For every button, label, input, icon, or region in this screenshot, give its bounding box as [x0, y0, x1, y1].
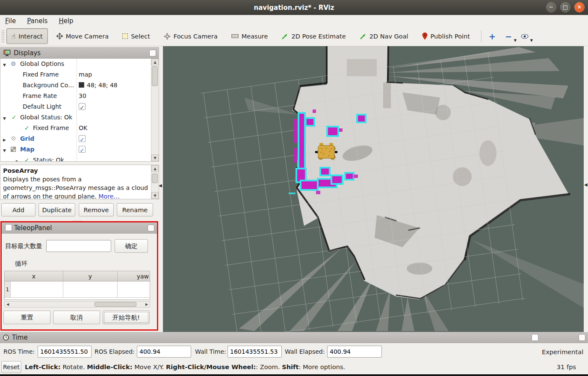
scrollbar-thumb[interactable] — [152, 174, 158, 183]
fps-counter: 31 fps — [557, 360, 576, 374]
render-viewport[interactable] — [163, 46, 584, 332]
time-panel-header[interactable]: Time — [0, 332, 588, 343]
rename-button[interactable]: Rename — [117, 203, 153, 216]
duplicate-button[interactable]: Duplicate — [38, 203, 75, 216]
remove-button[interactable]: Remove — [79, 203, 114, 216]
minimize-button[interactable]: − — [546, 2, 556, 12]
tool-focus-camera[interactable]: Focus Camera — [159, 28, 223, 44]
wall-time-label: Wall Time: — [195, 348, 226, 355]
expander-down-icon[interactable]: ▼ — [3, 61, 6, 69]
tree-row-background-color[interactable]: Background Co… 48; 48; 48 — [0, 80, 159, 91]
more-link[interactable]: More… — [98, 193, 119, 199]
tree-row-grid[interactable]: ▶ Grid ✓ — [0, 133, 159, 144]
scroll-up-icon[interactable]: ▲ — [151, 59, 159, 65]
remove-tool-button[interactable]: −▼ — [503, 30, 514, 43]
tree-row-map-status[interactable]: ▶ ✓ Status: Ok — [0, 155, 159, 161]
cancel-button[interactable]: 取消 — [53, 311, 100, 324]
monitor-icon — [3, 50, 11, 56]
panel-float-button[interactable] — [579, 334, 585, 341]
expander-right-icon[interactable]: ▶ — [3, 136, 6, 144]
scroll-right-icon[interactable]: ▶ — [144, 302, 150, 307]
tool-interact[interactable]: ☝ Interact — [6, 28, 48, 44]
status-bar: Reset Left-Click: Rotate. Middle-Click: … — [0, 360, 588, 374]
scrollbar-thumb[interactable] — [95, 302, 136, 307]
add-tool-button[interactable]: + — [487, 30, 498, 43]
tree-row-frame-rate[interactable]: Frame Rate 30 — [0, 91, 159, 101]
checkbox-checked[interactable]: ✓ — [79, 135, 86, 142]
description-title: PoseArray — [3, 167, 38, 174]
left-splitter-collapse-icon[interactable]: ◀ — [159, 183, 162, 188]
panel-float-button[interactable] — [148, 225, 154, 231]
column-header-yaw[interactable]: yaw — [118, 271, 150, 281]
scroll-down-icon[interactable]: ▼ — [151, 192, 159, 199]
close-button[interactable]: ✕ — [574, 2, 585, 12]
loop-checkbox[interactable] — [5, 224, 12, 231]
scroll-down-icon[interactable]: ▼ — [151, 154, 159, 161]
ros-elapsed-label: ROS Elapsed: — [95, 348, 135, 355]
ros-elapsed-input[interactable] — [137, 346, 191, 358]
ros-time-input[interactable] — [38, 346, 92, 358]
titlebar[interactable]: navigation.rviz* - RViz − □ ✕ — [0, 0, 588, 15]
tree-row-fixed-frame-status[interactable]: ✓ Fixed Frame OK — [0, 123, 159, 133]
panel-float-button[interactable] — [149, 50, 156, 56]
scrollbar-thumb[interactable] — [152, 66, 158, 86]
gear-icon: ⚙ — [11, 60, 16, 68]
tool-properties-button[interactable]: ▼ — [519, 30, 530, 43]
color-swatch[interactable] — [79, 82, 84, 88]
maximize-button[interactable]: □ — [560, 2, 570, 12]
tool-select[interactable]: Select — [117, 28, 155, 44]
reset-goals-button[interactable]: 重置 — [3, 311, 50, 324]
cell-y[interactable] — [63, 281, 118, 298]
expander-right-icon[interactable]: ▶ — [16, 157, 19, 161]
tree-row-fixed-frame[interactable]: Fixed Frame map — [0, 69, 159, 80]
chevron-down-icon: ▼ — [514, 38, 517, 42]
confirm-button[interactable]: 确定 — [115, 239, 148, 253]
menu-panels[interactable]: Panels — [27, 17, 47, 25]
row-header[interactable]: 1 — [5, 281, 11, 298]
table-hscrollbar[interactable]: ◀ ▶ — [4, 301, 150, 308]
reset-button[interactable]: Reset — [1, 361, 21, 373]
description-scrollbar[interactable]: ▲ ▼ — [151, 165, 159, 199]
grid-display-icon — [11, 136, 16, 141]
max-goals-label: 目标最大数量 — [5, 242, 42, 250]
main-area: Displays ▼ ⚙ Global Options Fixed Frame … — [0, 46, 588, 332]
cell-yaw[interactable] — [118, 281, 150, 298]
column-header-y[interactable]: y — [63, 271, 118, 281]
tree-row-global-status[interactable]: ▼ ✓ Global Status: Ok — [0, 112, 159, 123]
tool-2d-pose-estimate[interactable]: 2D Pose Estimate — [276, 28, 351, 44]
wall-elapsed-input[interactable] — [327, 346, 382, 358]
tree-row-map[interactable]: ▼ Map ✓ — [0, 144, 159, 155]
table-row: 1 — [5, 281, 150, 300]
selection-box-icon — [122, 33, 128, 39]
toolbar-drag-handle[interactable] — [1, 30, 5, 43]
column-header-x[interactable]: x — [5, 271, 63, 281]
right-splitter-collapse-icon[interactable]: ◀ — [584, 182, 588, 187]
teleop-panel-header[interactable]: TeleopPanel — [2, 222, 157, 234]
checkbox-checked[interactable]: ✓ — [79, 146, 86, 153]
expander-down-icon[interactable]: ▼ — [3, 147, 6, 155]
max-goals-input[interactable] — [46, 240, 111, 252]
add-button[interactable]: Add — [1, 203, 35, 216]
right-panel-strip: ◀ — [584, 46, 588, 332]
scroll-up-icon[interactable]: ▲ — [151, 165, 159, 172]
clock-icon — [3, 335, 9, 340]
time-panel-title: Time — [12, 334, 28, 341]
displays-panel-header[interactable]: Displays — [0, 47, 159, 59]
menu-file[interactable]: File — [5, 17, 16, 25]
checkbox-checked[interactable]: ✓ — [79, 103, 86, 110]
tool-publish-point[interactable]: Publish Point — [417, 28, 475, 44]
cell-x[interactable] — [11, 281, 63, 298]
menu-help[interactable]: Help — [59, 17, 73, 25]
tree-row-default-light[interactable]: Default Light ✓ — [0, 101, 159, 112]
expander-down-icon[interactable]: ▼ — [3, 115, 6, 123]
displays-scrollbar[interactable]: ▲ ▼ — [151, 59, 159, 161]
check-ok-icon: ✓ — [24, 124, 30, 132]
tool-2d-nav-goal[interactable]: 2D Nav Goal — [355, 28, 414, 44]
tree-row-global-options[interactable]: ▼ ⚙ Global Options — [0, 59, 159, 69]
start-navigation-button[interactable]: 开始导航! — [103, 311, 150, 324]
scroll-left-icon[interactable]: ◀ — [5, 302, 11, 307]
experimental-checkbox[interactable] — [532, 334, 538, 341]
wall-time-input[interactable] — [228, 346, 282, 358]
tool-measure[interactable]: Measure — [226, 28, 273, 44]
tool-move-camera[interactable]: Move Camera — [51, 28, 114, 44]
